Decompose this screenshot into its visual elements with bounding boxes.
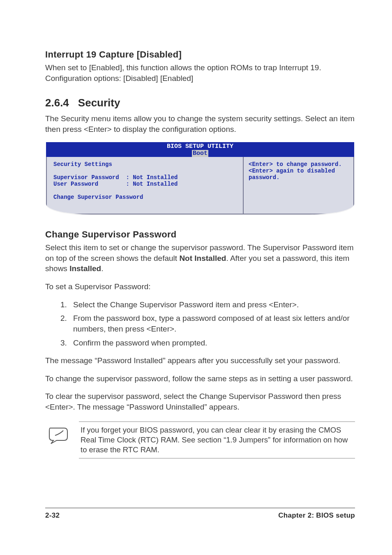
bios-header: BIOS SETUP UTILITY Boot [46, 142, 354, 157]
text-bold-not-installed: Not Installed [179, 254, 226, 263]
bios-tab-boot: Boot [192, 150, 208, 157]
note-text: If you forget your BIOS password, you ca… [79, 421, 355, 458]
bios-help-line2: <Enter> again to disabled password. [249, 168, 348, 181]
bios-help-pane: <Enter> to change password. <Enter> agai… [243, 157, 354, 214]
heading-number: 2.6.4 [45, 97, 69, 109]
page-footer: 2-32 Chapter 2: BIOS setup [45, 508, 355, 520]
note-icon [48, 426, 69, 444]
bios-screenshot: BIOS SETUP UTILITY Boot Security Setting… [46, 142, 354, 215]
step-2: From the password box, type a password c… [69, 313, 355, 334]
bios-left-title: Security Settings [53, 161, 236, 168]
heading-security: 2.6.4Security [45, 97, 355, 109]
bios-help-line1: <Enter> to change password. [249, 161, 348, 168]
subheading-interrupt19: Interrupt 19 Capture [Disabled] [45, 49, 355, 60]
bios-left-pane: Security Settings Supervisor Password : … [46, 157, 243, 214]
bios-body: Security Settings Supervisor Password : … [46, 157, 354, 214]
paragraph-interrupt19-body: When set to [Enabled], this function all… [45, 62, 355, 83]
paragraph-csp-5: To clear the supervisor password, select… [45, 391, 355, 412]
page-number: 2-32 [45, 511, 60, 520]
chapter-label: Chapter 2: BIOS setup [278, 511, 355, 520]
text-run: . [101, 264, 103, 273]
step-3: Confirm the password when prompted. [69, 338, 355, 348]
bios-row-user: User Password : Not Installed [53, 181, 236, 187]
bios-row2-label: User Password [53, 181, 98, 187]
bios-row2-value: : Not Installed [126, 181, 178, 187]
bios-change-supervisor-password: Change Supervisor Password [53, 194, 236, 200]
bios-header-title: BIOS SETUP UTILITY [46, 143, 354, 150]
subheading-change-supervisor: Change Supervisor Password [45, 229, 355, 240]
heading-title: Security [78, 97, 120, 109]
text-bold-installed: Installed [69, 264, 101, 273]
paragraph-csp-4: To change the supervisor password, follo… [45, 373, 355, 384]
paragraph-csp-2: To set a Supervisor Password: [45, 281, 355, 292]
steps-list: Select the Change Supervisor Password it… [45, 299, 355, 348]
step-1: Select the Change Supervisor Password it… [69, 299, 355, 310]
bios-row1-value: : Not Installed [126, 174, 178, 181]
bios-row-supervisor: Supervisor Password : Not Installed [53, 174, 236, 181]
paragraph-csp-1: Select this item to set or change the su… [45, 242, 355, 274]
paragraph-security-intro: The Security menu items allow you to cha… [45, 113, 355, 134]
paragraph-csp-3: The message “Password Installed” appears… [45, 355, 355, 366]
bios-row1-label: Supervisor Password [53, 174, 119, 181]
note-block: If you forget your BIOS password, you ca… [45, 421, 355, 458]
